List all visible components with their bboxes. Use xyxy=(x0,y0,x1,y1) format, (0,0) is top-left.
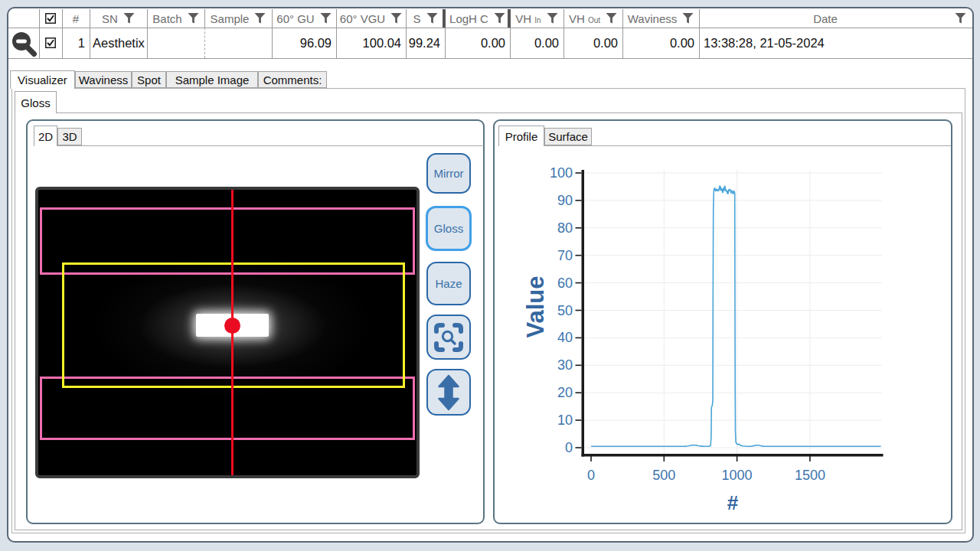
svg-text:#: # xyxy=(727,491,739,514)
svg-text:1500: 1500 xyxy=(795,468,825,483)
svg-text:10: 10 xyxy=(557,412,573,428)
svg-text:Value: Value xyxy=(522,276,549,338)
svg-text:100: 100 xyxy=(550,165,573,181)
svg-text:500: 500 xyxy=(652,468,675,483)
svg-text:60: 60 xyxy=(557,276,573,291)
svg-text:50: 50 xyxy=(557,303,573,318)
svg-text:40: 40 xyxy=(557,330,573,345)
svg-text:0: 0 xyxy=(587,468,595,483)
svg-text:70: 70 xyxy=(557,248,573,263)
svg-text:1000: 1000 xyxy=(722,468,753,483)
svg-text:20: 20 xyxy=(557,385,573,400)
svg-text:80: 80 xyxy=(557,220,573,236)
svg-text:30: 30 xyxy=(557,357,573,373)
svg-text:90: 90 xyxy=(557,193,573,208)
svg-text:0: 0 xyxy=(565,440,573,455)
